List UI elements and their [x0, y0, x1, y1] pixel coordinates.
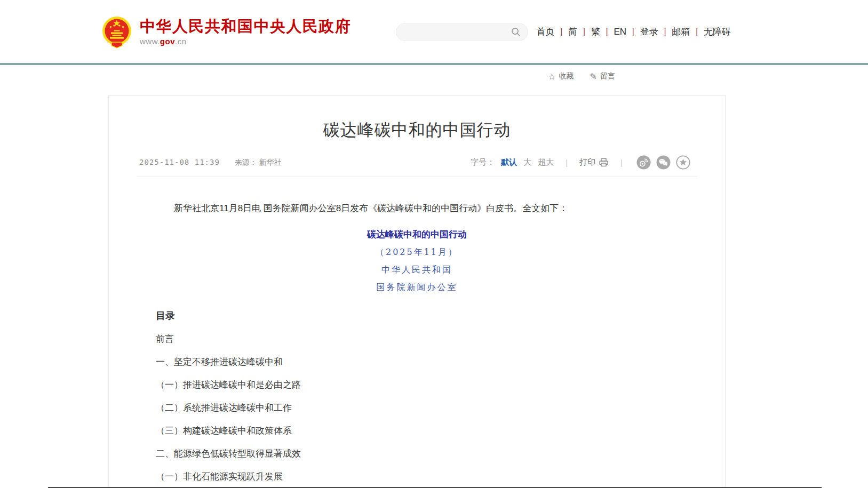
source-value: 新华社 [259, 158, 282, 166]
doc-date: （2025年11月） [156, 247, 678, 258]
top-nav: 首页 | 简 | 繁 | EN | 登录 | 邮箱 | 无障碍 [537, 26, 731, 38]
nav-separator: | [632, 27, 634, 36]
source: 来源： 新华社 [235, 158, 282, 167]
nav-accessibility[interactable]: 无障碍 [704, 26, 731, 38]
share-star-icon[interactable] [676, 155, 690, 170]
search-input[interactable] [405, 28, 511, 36]
site-title: 中华人民共和国中央人民政府 [140, 18, 352, 35]
toc-item-section1-3: （三）构建碳达峰碳中和政策体系 [156, 425, 678, 437]
favorite-label: 收藏 [559, 71, 574, 81]
lead-paragraph: 新华社北京11月8日电 国务院新闻办公室8日发布《碳达峰碳中和的中国行动》白皮书… [156, 202, 678, 215]
nav-traditional[interactable]: 繁 [591, 26, 600, 38]
meta-divider [137, 177, 697, 177]
nav-login[interactable]: 登录 [640, 26, 658, 38]
article-meta: 2025-11-08 11:39 来源： 新华社 字号： 默认 大 超大 | 打… [139, 155, 690, 170]
site-url: www.gov.cn [140, 37, 352, 46]
share-icons [636, 155, 690, 170]
doc-org-line1: 中华人民共和国 [156, 265, 678, 276]
article-panel: 碳达峰碳中和的中国行动 2025-11-08 11:39 来源： 新华社 字号：… [108, 95, 726, 488]
print-button[interactable]: 打印 [579, 157, 609, 167]
source-label: 来源： [235, 158, 257, 166]
toc-item-preface: 前言 [156, 333, 678, 345]
publish-date: 2025-11-08 11:39 [139, 158, 220, 166]
nav-mail[interactable]: 邮箱 [672, 26, 690, 38]
printer-icon [599, 158, 609, 167]
toc-item-section2: 二、能源绿色低碳转型取得显著成效 [156, 448, 678, 460]
pencil-icon: ✎ [590, 71, 597, 82]
header-right: 首页 | 简 | 繁 | EN | 登录 | 邮箱 | 无障碍 [396, 23, 731, 41]
toc-item-section1: 一、坚定不移推进碳达峰碳中和 [156, 356, 678, 368]
toc-heading: 目录 [156, 309, 678, 322]
meta-separator: | [620, 158, 623, 167]
favorite-button[interactable]: ☆ 收藏 [548, 71, 574, 82]
nav-separator: | [561, 27, 563, 36]
toc-item-section2-1: （一）非化石能源实现跃升发展 [156, 471, 678, 483]
doc-title: 碳达峰碳中和的中国行动 [156, 228, 678, 241]
nav-separator: | [606, 27, 608, 36]
wechat-icon[interactable] [656, 155, 671, 170]
print-label: 打印 [579, 157, 595, 167]
fontsize-label: 字号： [471, 157, 495, 167]
brand-text: 中华人民共和国中央人民政府 www.gov.cn [140, 18, 352, 46]
meta-left: 2025-11-08 11:39 来源： 新华社 [139, 158, 282, 167]
site-brand[interactable]: 中华人民共和国中央人民政府 www.gov.cn [101, 15, 352, 49]
nav-home[interactable]: 首页 [537, 26, 555, 38]
meta-right: 字号： 默认 大 超大 | 打印 | [471, 155, 690, 170]
article-title: 碳达峰碳中和的中国行动 [109, 119, 725, 141]
star-icon: ☆ [548, 71, 555, 82]
nav-english[interactable]: EN [614, 27, 626, 37]
toc-item-section1-2: （二）系统推进碳达峰碳中和工作 [156, 402, 678, 414]
comment-button[interactable]: ✎ 留言 [590, 71, 615, 82]
search-box[interactable] [396, 23, 528, 41]
article-body: 新华社北京11月8日电 国务院新闻办公室8日发布《碳达峰碳中和的中国行动》白皮书… [156, 202, 678, 483]
fontsize-default-button[interactable]: 默认 [501, 157, 517, 167]
nav-separator: | [664, 27, 666, 36]
national-emblem-icon [101, 15, 132, 49]
meta-separator: | [566, 158, 568, 167]
site-header: 中华人民共和国中央人民政府 www.gov.cn 首页 | 简 | 繁 | EN… [0, 0, 868, 65]
nav-separator: | [583, 27, 585, 36]
fontsize-large-button[interactable]: 大 [523, 157, 531, 167]
nav-separator: | [696, 27, 698, 36]
tools-row: ☆ 收藏 ✎ 留言 [0, 71, 868, 82]
comment-label: 留言 [600, 71, 615, 81]
search-icon[interactable] [511, 27, 521, 37]
fontsize-xlarge-button[interactable]: 超大 [538, 157, 554, 167]
nav-simplified[interactable]: 简 [568, 26, 577, 38]
toc-item-section1-1: （一）推进碳达峰碳中和是必由之路 [156, 379, 678, 391]
doc-org-line2: 国务院新闻办公室 [156, 282, 678, 293]
weibo-icon[interactable] [636, 155, 651, 170]
